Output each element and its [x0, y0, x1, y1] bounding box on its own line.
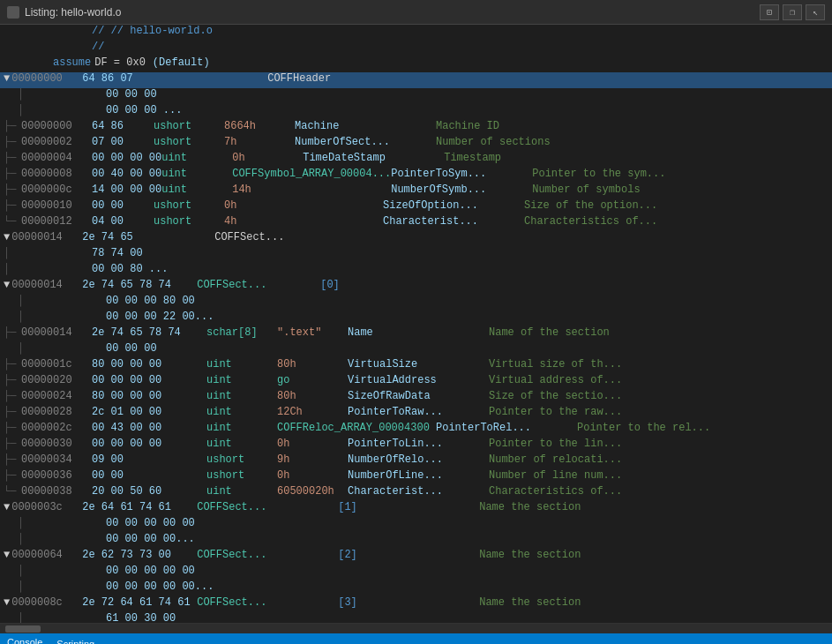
coffsect-3-row[interactable]: ▼ 0000008c 2e 72 64 61 74 61 COFFSect...…: [0, 596, 832, 612]
app-icon: [7, 6, 19, 19]
empty-comment: //: [92, 41, 104, 53]
scripting-tab[interactable]: Scripting: [56, 639, 94, 644]
comment-line: //: [0, 41, 832, 56]
collapse-coffsect2-icon[interactable]: ▼: [4, 549, 10, 561]
sect1-name-comment: Name the section: [479, 501, 581, 513]
title-bar-left: Listing: hello-world.o: [7, 6, 121, 19]
coffsect-2-row[interactable]: ▼ 00000064 2e 62 73 73 00 COFFSect... [2…: [0, 549, 832, 565]
virtualsize-row: ├─ 0000001c 80 00 00 00 uint 80h Virtual…: [0, 358, 832, 374]
coffheader-bytes2: │ 00 00 00 ...: [0, 104, 832, 120]
restore-button[interactable]: ⊡: [760, 4, 779, 20]
collapse-coffsect-icon[interactable]: ▼: [4, 231, 10, 243]
coffsect-0-row[interactable]: ▼ 00000014 2e 74 65 78 74 COFFSect... [0…: [0, 279, 832, 295]
name-row: ├─ 00000014 2e 74 65 78 74 schar[8] ".te…: [0, 326, 832, 342]
coffsect-bytes1: │ 78 74 00: [0, 247, 832, 263]
coffsect-1-bytes2: │ 00 00 00 00...: [0, 533, 832, 549]
horizontal-scrollbar[interactable]: [0, 623, 832, 633]
title-buttons[interactable]: ⊡ ❐ ↖: [760, 4, 825, 20]
bottom-bar: Console Scripting: [0, 633, 832, 644]
assume-line: assume DF = 0x0 (Default): [0, 56, 832, 72]
sizeofopt-row: ├─ 00000010 00 00 ushort 0h SizeOfOption…: [0, 199, 832, 215]
sect3-name-comment: Name the section: [479, 596, 581, 609]
coffsect-top-row[interactable]: ▼ 00000014 2e 74 65 COFFSect...: [0, 231, 832, 247]
coffsect-1-row[interactable]: ▼ 0000003c 2e 64 61 74 61 COFFSect... [1…: [0, 501, 832, 517]
coffheader-row[interactable]: ▼ 00000000 64 86 07 COFFHeader: [0, 72, 832, 88]
char2-row: └─ 00000038 20 00 50 60 uint 60500020h C…: [0, 485, 832, 501]
value-coffheader: COFFHeader: [267, 72, 331, 85]
coffsect-1-bytes1: │ 00 00 00 00 00: [0, 517, 832, 533]
title-bar: Listing: hello-world.o ⊡ ❐ ↖: [0, 0, 832, 25]
console-tab[interactable]: Console: [7, 637, 42, 644]
assume-keyword: assume: [53, 56, 91, 69]
addr-coffheader: 00000000: [11, 72, 82, 85]
sizeofraw-row: ├─ 00000024 80 00 00 00 uint 80h SizeOfR…: [0, 390, 832, 406]
sect2-name-comment: Name the section: [479, 549, 581, 561]
collapse-coffsect0-icon[interactable]: ▼: [4, 279, 10, 291]
coffsect-0-bytes1: │ 00 00 00 80 00: [0, 295, 832, 311]
timedatestamp-row: ├─ 00000004 00 00 00 00 uint 0h TimeDate…: [0, 152, 832, 168]
hscroll-thumb[interactable]: [5, 625, 41, 633]
numreloc-row: ├─ 00000034 09 00 ushort 9h NumberOfRelo…: [0, 453, 832, 469]
coffsect-bytes2: │ 00 00 80 ...: [0, 263, 832, 279]
copy-button[interactable]: ❐: [783, 4, 802, 20]
collapse-coffheader-icon[interactable]: ▼: [4, 72, 10, 85]
pointertosym-row: ├─ 00000008 00 40 00 00 uint COFFSymbol_…: [0, 168, 832, 183]
pointertoreloc-row: ├─ 0000002c 00 43 00 00 uint COFFReloc_A…: [0, 422, 832, 438]
numsymbols-row: ├─ 0000000c 14 00 00 00 uint 14h NumberO…: [0, 183, 832, 199]
window-title: Listing: hello-world.o: [25, 6, 121, 19]
coffsect-2-bytes1: │ 00 00 00 00 00: [0, 565, 832, 580]
listing-content[interactable]: // // hello-world.o // assume DF = 0x0 (…: [0, 25, 832, 623]
pointertoraw-row: ├─ 00000028 2c 01 00 00 uint 12Ch Pointe…: [0, 406, 832, 422]
file-header-row: // // hello-world.o: [0, 25, 832, 41]
bytes-coffheader: 64 86 07: [82, 72, 197, 85]
characteristics-row: └─ 00000012 04 00 ushort 4h Characterist…: [0, 215, 832, 231]
coffsect-2-bytes2: │ 00 00 00 00 00...: [0, 580, 832, 596]
coffheader-bytes1: │ 00 00 00: [0, 88, 832, 104]
collapse-coffsect1-icon[interactable]: ▼: [4, 501, 10, 513]
machine-row: ├─ 00000000 64 86 ushort 8664h Machine M…: [0, 120, 832, 136]
collapse-coffsect3-icon[interactable]: ▼: [4, 596, 10, 609]
assume-default: (Default): [153, 56, 210, 69]
name-bytes: │ 00 00 00: [0, 342, 832, 358]
cursor-button[interactable]: ↖: [806, 4, 825, 20]
pointertoline-row: ├─ 00000030 00 00 00 00 uint 0h PointerT…: [0, 438, 832, 453]
coffsect-0-bytes2: │ 00 00 00 22 00...: [0, 311, 832, 326]
numsect-row: ├─ 00000002 07 00 ushort 7h NumberOfSect…: [0, 136, 832, 152]
numline-row: ├─ 00000036 00 00 ushort 0h NumberOfLine…: [0, 469, 832, 485]
virtualaddr-row: ├─ 00000020 00 00 00 00 uint go VirtualA…: [0, 374, 832, 390]
file-header-comment: // // hello-world.o: [39, 25, 213, 37]
coffsect-3-bytes1: │ 61 00 30 00: [0, 612, 832, 623]
main-container: // // hello-world.o // assume DF = 0x0 (…: [0, 25, 832, 623]
